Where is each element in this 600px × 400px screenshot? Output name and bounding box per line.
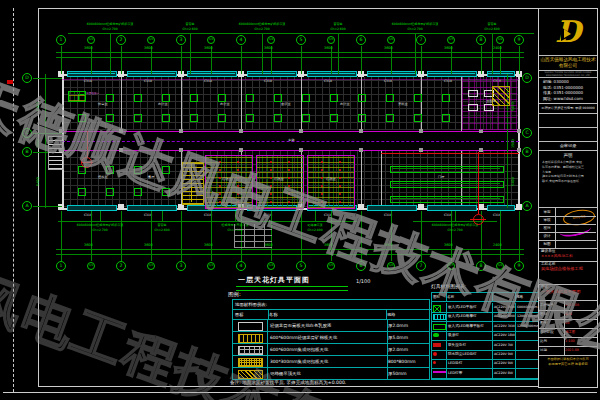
downlight — [321, 185, 323, 187]
dim-value-top: 3600 — [204, 47, 213, 50]
partition-wall-top-band — [241, 76, 242, 131]
grid-bubble: 7 — [416, 261, 426, 271]
room-label: 走廊 — [288, 139, 294, 142]
drawing-name-section: 图名 一层天花灯具平面图 — [539, 285, 597, 301]
downlight-icon — [433, 361, 436, 364]
sign-label: 制图 — [539, 240, 556, 249]
downlight — [288, 177, 290, 179]
ceiling-light — [162, 114, 170, 122]
statement-title: 声明 — [539, 151, 597, 158]
ceiling-annotation-top: 窗帘盒Ch=2.600 — [296, 22, 380, 34]
legend-power: AC220V 40W — [492, 312, 516, 321]
red-ref-line-right — [478, 152, 479, 214]
dim-value-top: 3600 — [384, 47, 393, 50]
window-bottom — [427, 205, 477, 211]
window-bottom — [367, 205, 417, 211]
room-label: 值班室 — [98, 176, 108, 179]
partition-wall-top-band — [121, 76, 122, 131]
downlight — [288, 185, 290, 187]
column-corridor-lower — [419, 148, 423, 152]
downlight — [270, 161, 272, 163]
column-corridor-lower — [517, 148, 521, 152]
downlight — [270, 193, 272, 195]
downlight — [270, 201, 272, 203]
dim-value-left: 1500 — [37, 139, 40, 148]
grid-leader-top — [61, 46, 62, 74]
room-label: 活动室 — [326, 178, 336, 181]
grid-bubble: 1/3 — [207, 262, 215, 270]
legend-name: 吸顶灯 — [446, 331, 493, 340]
ceiling-light — [218, 94, 226, 102]
grid-leader-top — [421, 46, 422, 74]
partition-wall-bottom-band — [361, 151, 362, 208]
ceiling-annotation-bottom: 窗帘盒Ch=2.600 — [120, 221, 204, 233]
dim-value-bottom: 3600 — [144, 244, 153, 247]
grid-bubble: 7 — [416, 35, 426, 45]
downlight — [339, 177, 341, 179]
legend-power: AC220V 3W — [492, 341, 516, 350]
column-corridor-lower — [479, 148, 483, 152]
dim-value-bottom: 3600 — [324, 244, 333, 247]
ceiling-annotation-top: 窗帘盒Ch=2.600 — [450, 22, 534, 34]
meta-value: 2021.08 — [564, 346, 597, 356]
partition-wall-top-band — [421, 76, 422, 131]
window-bottom — [67, 205, 117, 211]
detail-marker-line — [81, 162, 93, 163]
statement-line: 联系,未经同意不得修改图纸。 — [542, 179, 595, 184]
column-bottom — [358, 204, 364, 210]
grid-bubble: 1/2 — [147, 262, 155, 270]
grid-leader-top — [361, 46, 362, 74]
annotation-leader-bottom — [100, 211, 101, 221]
dim-value-bottom: 2400 — [493, 244, 502, 247]
plan-title: 一层天花灯具平面图 — [238, 277, 310, 284]
grid-bubble: 1/1 — [87, 262, 95, 270]
legend-spec — [515, 369, 539, 378]
downlight — [288, 201, 290, 203]
grille-ceiling-room — [307, 155, 355, 209]
statement-section: 声明 本图纸版权归本公司所有,未经许可不得复制、翻印或转让第三方使用。施工中如有… — [539, 151, 597, 208]
access-panel-label: 吊顶检修口 — [86, 93, 99, 96]
column-corridor-lower — [239, 148, 243, 152]
legend-header: 规格 — [515, 293, 538, 301]
hatch-icon — [238, 370, 263, 379]
grille-light-bar-line — [392, 198, 500, 199]
annotation-leader-top — [415, 33, 416, 74]
grid-bubble: 2 — [116, 35, 126, 45]
grid-leader-top — [481, 46, 482, 74]
legend-spec: 厚50mm — [386, 368, 430, 379]
grille-light-bar-line — [392, 183, 500, 184]
cad-sheet: C318C319C318C319C318C319C318C319C318C319… — [0, 0, 600, 400]
dim-line-top-1 — [56, 52, 524, 53]
grid-bubble: 1 — [56, 261, 66, 271]
grid-bubble: D — [22, 73, 32, 83]
partition-wall-top-band — [361, 76, 362, 131]
window-label: C318 — [204, 80, 212, 83]
annotation-line: Ch=2.700 — [220, 27, 304, 32]
review-record-label: 会审记录 — [539, 142, 597, 151]
red-ref-line-left — [87, 131, 88, 157]
grid-bubble: 2 — [116, 261, 126, 271]
downlight — [219, 193, 221, 195]
grid-bubble: 1/6 — [387, 36, 395, 44]
ceiling-light — [134, 94, 142, 102]
dim-line-bottom-2 — [56, 254, 524, 255]
annotation-line: Ch=2.700 — [68, 27, 152, 32]
room-label: 资料室 — [398, 103, 408, 106]
lighting-legend-title: 灯具材料图例表: — [431, 285, 466, 290]
column-corridor-lower — [119, 148, 123, 152]
window-label: C318 — [84, 80, 92, 83]
column-corridor-upper — [517, 129, 521, 133]
dim-value-bottom: 3600 — [384, 244, 393, 247]
legend-name: 600*600mm轻钢龙骨矿棉板天花 — [267, 332, 388, 343]
dim-value-top: 2400 — [493, 47, 502, 50]
grid-leader-top — [241, 46, 242, 74]
ceiling-light — [106, 114, 114, 122]
grille-light-bar-line — [392, 168, 500, 169]
annotation-line: Ch=2.800 — [273, 228, 357, 233]
owner-value: ××××风电场工程 — [541, 253, 573, 258]
room-label: 休息室 — [98, 103, 108, 106]
column-corridor-upper — [359, 129, 363, 133]
legend-spec — [515, 341, 539, 350]
ceiling-light — [134, 166, 142, 174]
ceiling-light — [246, 114, 254, 122]
